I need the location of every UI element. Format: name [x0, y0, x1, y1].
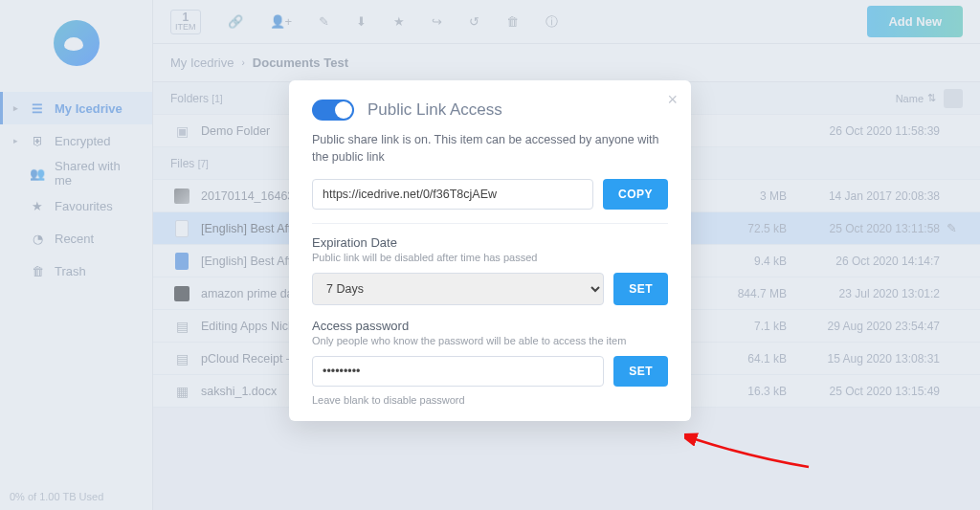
password-label: Access password [312, 319, 668, 333]
modal-overlay: × Public Link Access Public share link i… [0, 0, 980, 510]
modal-description: Public share link is on. This item can b… [312, 132, 668, 166]
set-password-button[interactable]: SET [613, 356, 668, 387]
close-icon[interactable]: × [667, 90, 678, 110]
modal-title: Public Link Access [368, 100, 502, 120]
copy-link-button[interactable]: COPY [603, 179, 668, 210]
expiration-hint: Public link will be disabled after time … [312, 252, 668, 263]
public-link-toggle[interactable] [312, 100, 354, 121]
password-hint: Only people who know the password will b… [312, 335, 668, 346]
expiration-select[interactable]: 7 Days [312, 273, 604, 305]
password-blank-hint: Leave blank to disable password [312, 394, 668, 406]
set-expiration-button[interactable]: SET [613, 273, 668, 305]
expiration-label: Expiration Date [312, 235, 668, 250]
public-link-input[interactable] [312, 179, 593, 210]
password-input[interactable] [312, 356, 604, 387]
public-link-modal: × Public Link Access Public share link i… [289, 80, 691, 421]
